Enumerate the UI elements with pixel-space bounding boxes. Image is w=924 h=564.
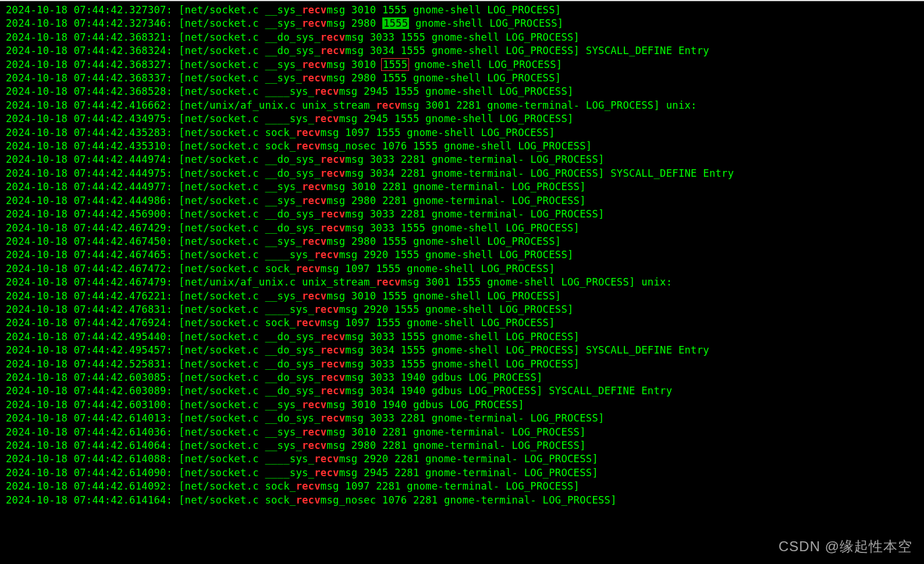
log-line[interactable]: 2024-10-18 07:44:42.603089: [net/socket.… [6,384,924,398]
log-line[interactable]: 2024-10-18 07:44:42.467472: [net/socket.… [6,262,924,276]
log-line[interactable]: 2024-10-18 07:44:42.476831: [net/socket.… [6,303,924,316]
search-match: recv [376,99,400,111]
log-line[interactable]: 2024-10-18 07:44:42.614013: [net/socket.… [6,412,924,425]
log-line[interactable]: 2024-10-18 07:44:42.368327: [net/socket.… [6,58,924,72]
search-match: recv [314,85,339,97]
log-line[interactable]: 2024-10-18 07:44:42.368337: [net/socket.… [6,72,924,85]
search-match: recv [302,235,326,247]
log-line[interactable]: 2024-10-18 07:44:42.614036: [net/socket.… [6,426,924,439]
search-match: recv [302,17,326,29]
search-match: recv [321,154,345,165]
log-line[interactable]: 2024-10-18 07:44:42.435310: [net/socket.… [6,140,924,153]
log-line[interactable]: 2024-10-18 07:44:42.327346: [net/socket.… [6,17,924,30]
log-line[interactable]: 2024-10-18 07:44:42.416662: [net/unix/af… [6,99,924,112]
search-match: recv [321,385,345,397]
search-match: recv [302,399,326,410]
search-match: recv [302,4,326,16]
search-match: recv [314,304,339,315]
search-match: recv [376,276,400,288]
log-line[interactable]: 2024-10-18 07:44:42.614092: [net/socket.… [6,480,924,493]
search-match: recv [302,59,326,70]
log-line[interactable]: 2024-10-18 07:44:42.603100: [net/socket.… [6,398,924,412]
search-match: recv [302,426,326,438]
log-line[interactable]: 2024-10-18 07:44:42.444977: [net/socket.… [6,180,924,194]
log-line[interactable]: 2024-10-18 07:44:42.525831: [net/socket.… [6,358,924,371]
log-line[interactable]: 2024-10-18 07:44:42.603085: [net/socket.… [6,371,924,384]
search-match: recv [321,344,345,356]
search-match: recv [321,358,345,370]
log-line[interactable]: 2024-10-18 07:44:42.444986: [net/socket.… [6,194,924,208]
search-match: recv [321,331,345,342]
log-line[interactable]: 2024-10-18 07:44:42.614064: [net/socket.… [6,439,924,452]
log-line[interactable]: 2024-10-18 07:44:42.614090: [net/socket.… [6,466,924,480]
search-match: recv [321,31,345,43]
search-match: recv [302,181,326,192]
log-line[interactable]: 2024-10-18 07:44:42.495457: [net/socket.… [6,344,924,357]
search-match: recv [321,372,345,383]
log-line[interactable]: 2024-10-18 07:44:42.467465: [net/socket.… [6,248,924,262]
search-match: recv [296,263,320,274]
window-top-edge [0,0,924,1]
log-line[interactable]: 2024-10-18 07:44:42.456900: [net/socket.… [6,208,924,221]
search-match: recv [296,127,320,138]
cursor-highlight: 1555 [382,17,409,29]
search-match: recv [314,249,339,260]
log-line[interactable]: 2024-10-18 07:44:42.444974: [net/socket.… [6,153,924,166]
log-line[interactable]: 2024-10-18 07:44:42.614088: [net/socket.… [6,452,924,466]
log-line[interactable]: 2024-10-18 07:44:42.435283: [net/socket.… [6,126,924,140]
log-line[interactable]: 2024-10-18 07:44:42.467450: [net/socket.… [6,235,924,248]
search-match: recv [321,45,345,56]
log-line[interactable]: 2024-10-18 07:44:42.368528: [net/socket.… [6,85,924,98]
csdn-watermark: CSDN @缘起性本空 [779,537,912,556]
log-line[interactable]: 2024-10-18 07:44:42.467479: [net/unix/af… [6,276,924,289]
search-match: recv [302,290,326,302]
search-match: recv [321,412,345,424]
log-line[interactable]: 2024-10-18 07:44:42.614164: [net/socket.… [6,494,924,507]
search-match: recv [321,208,345,220]
search-match: recv [296,140,320,152]
annotation-box: 1555 [381,58,409,71]
log-line[interactable]: 2024-10-18 07:44:42.495440: [net/socket.… [6,330,924,344]
search-match: recv [321,222,345,234]
search-match: recv [302,195,326,206]
log-line[interactable]: 2024-10-18 07:44:42.327307: [net/socket.… [6,3,924,17]
search-match: recv [296,480,320,492]
log-line[interactable]: 2024-10-18 07:44:42.476221: [net/socket.… [6,290,924,303]
search-match: recv [302,440,326,451]
log-line[interactable]: 2024-10-18 07:44:42.444975: [net/socket.… [6,167,924,180]
log-line[interactable]: 2024-10-18 07:44:42.368321: [net/socket.… [6,31,924,44]
log-line[interactable]: 2024-10-18 07:44:42.368324: [net/socket.… [6,44,924,58]
search-match: recv [302,72,326,84]
search-match: recv [321,167,345,179]
log-line[interactable]: 2024-10-18 07:44:42.476924: [net/socket.… [6,316,924,330]
search-match: recv [296,317,320,329]
search-match: recv [314,113,339,124]
terminal-output[interactable]: 2024-10-18 07:44:42.327307: [net/socket.… [0,0,924,507]
search-match: recv [314,453,339,465]
log-line[interactable]: 2024-10-18 07:44:42.434975: [net/socket.… [6,112,924,126]
search-match: recv [314,467,339,479]
log-line[interactable]: 2024-10-18 07:44:42.467429: [net/socket.… [6,222,924,235]
search-match: recv [296,494,320,506]
